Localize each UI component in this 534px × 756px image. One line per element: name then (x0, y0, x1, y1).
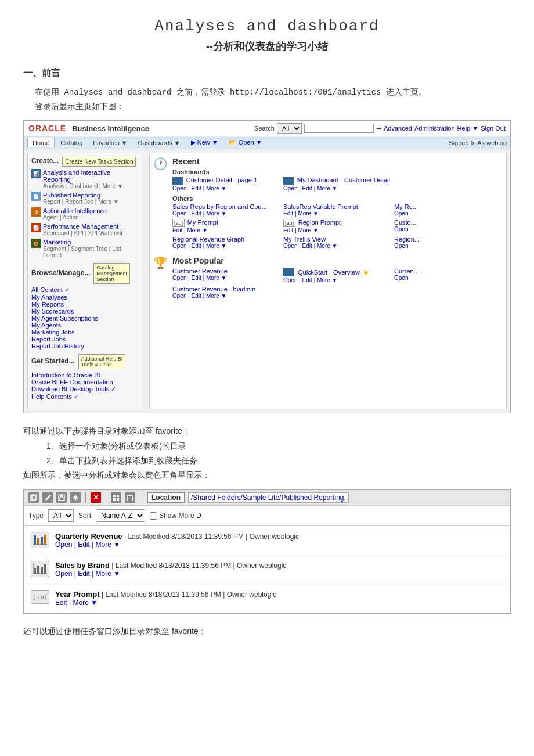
search-input[interactable] (304, 124, 374, 133)
marketing-link[interactable]: Marketing (43, 239, 139, 246)
performance-link[interactable]: Performance Management (43, 223, 122, 230)
nav-advanced[interactable]: Advanced (384, 125, 412, 132)
nav-open[interactable]: 📂 Open ▼ (224, 138, 267, 147)
pop3-title[interactable]: Curren... (394, 268, 503, 275)
download-link[interactable]: Download BI Desktop Tools ✓ (31, 386, 139, 393)
report-history-link[interactable]: Report Job History (31, 343, 139, 350)
svg-rect-18 (34, 568, 36, 574)
year-prompt-actions[interactable]: Edit | More ▼ (55, 599, 503, 607)
dash2-title[interactable]: My Dashboard - Customer Detail (297, 177, 390, 183)
actionable-link[interactable]: Actionable Intelligence (43, 207, 107, 214)
nav-catalog[interactable]: Catalog (56, 138, 87, 147)
other7-links[interactable]: Open | Edit | More ▼ (172, 243, 281, 249)
pop2-links[interactable]: Open | Edit | More ▼ (283, 277, 392, 283)
actionable-links[interactable]: Agent | Action (43, 214, 107, 221)
other9-links[interactable]: Open (394, 243, 503, 249)
published-links[interactable]: Report | Report Job | More ▼ (43, 199, 119, 205)
other1-title[interactable]: Sales Reps by Region and Cou... (172, 203, 281, 210)
svg-rect-1 (32, 495, 37, 499)
other2-links[interactable]: Edit | More ▼ (283, 210, 392, 217)
analysis-links[interactable]: Analysis | Dashboard | More ▼ (43, 183, 139, 189)
nav-favorites[interactable]: Favorites ▼ (88, 138, 132, 147)
pop4-title[interactable]: Customer Revenue - biadmin (172, 286, 281, 293)
year-prompt-details: Year Prompt | Last Modified 8/18/2013 11… (55, 590, 503, 607)
sales-by-brand-actions[interactable]: Open | Edit | More ▼ (55, 570, 503, 578)
nav-dashboards[interactable]: Dashboards ▼ (133, 138, 185, 147)
intro-line1: 在使用 Analyses and dashboard 之前，需登录 http:/… (35, 85, 511, 114)
analysis-link[interactable]: Analysis and Interactive Reporting (43, 169, 139, 183)
pop1-title[interactable]: Customer Revenue (172, 268, 281, 275)
marketing-links[interactable]: Segment | Segment Tree | List Format (43, 246, 139, 258)
edit-icon[interactable] (42, 492, 53, 503)
type-select[interactable]: All (48, 509, 74, 522)
catalog-mgmt-btn[interactable]: Catalog Management Section (93, 263, 130, 284)
other8-links[interactable]: Open | Edit | More ▼ (283, 243, 392, 249)
nav-administration[interactable]: Administration (414, 125, 455, 132)
other-item-2: SalesRep Variable Prompt Edit | More ▼ (283, 203, 392, 217)
my-agents-link[interactable]: My Agents (31, 322, 139, 329)
star-icon: ★ (362, 268, 370, 277)
filter-bar: Type All Sort Name A-Z Show More D (24, 506, 510, 526)
other8-title[interactable]: My Trellis View (283, 236, 392, 243)
other6-links[interactable]: Open (394, 226, 503, 232)
toolbar-separator2 (106, 492, 106, 503)
other9-title[interactable]: Region... (394, 236, 503, 243)
sales-by-brand-meta: | Last Modified 8/18/2013 11:39:56 PM | … (111, 561, 286, 570)
create-new-btn[interactable]: Create New Tasks Section (62, 157, 136, 167)
nav-home[interactable]: Home (27, 138, 55, 147)
svg-rect-15 (41, 537, 43, 545)
other5-title[interactable]: Region Prompt (298, 219, 341, 226)
grid-icon[interactable] (111, 492, 121, 503)
my-subscriptions-link[interactable]: My Agent Subscriptions (31, 315, 139, 322)
search-all-select[interactable]: All (277, 123, 302, 134)
other5-links[interactable]: Edit | More ▼ (283, 227, 392, 233)
pop4-links[interactable]: Open | Edit | More ▼ (172, 293, 281, 299)
nav-help[interactable]: Help ▼ (457, 125, 479, 132)
my-scorecards-link[interactable]: My Scorecards (31, 308, 139, 315)
recent-title: Recent (172, 157, 503, 166)
other3-links[interactable]: Open (394, 210, 503, 217)
other3-title[interactable]: My Re... (394, 203, 503, 210)
doc-link[interactable]: Oracle BI EE Documentation (31, 379, 139, 386)
dash2-links[interactable]: Open | Edit | More ▼ (283, 185, 392, 192)
pop2-title[interactable]: QuickStart - Overview (298, 269, 360, 276)
other4-links[interactable]: Edit | More ▼ (172, 227, 281, 233)
dashboards-section: Dashboards Customer Detail - page 1 Open… (172, 168, 503, 191)
intro-oracle-link[interactable]: Introduction to Oracle BI (31, 372, 139, 379)
published-link[interactable]: Published Reporting (43, 192, 119, 199)
all-content-link[interactable]: All Content ✓ (31, 286, 139, 294)
performance-links[interactable]: Scorecard | KPI | KPI Watchlist (43, 230, 122, 236)
delete-icon[interactable]: ✕ (91, 492, 101, 503)
other2-title[interactable]: SalesRep Variable Prompt (283, 203, 392, 210)
copy-icon[interactable] (28, 492, 39, 503)
nav-new[interactable]: ▶ New ▼ (186, 138, 223, 147)
sort-select[interactable]: Name A-Z (96, 509, 145, 522)
paste-icon[interactable] (125, 492, 135, 503)
quarterly-revenue-actions[interactable]: Open | Edit | More ▼ (55, 541, 503, 549)
other6-title[interactable]: Custo... (394, 219, 503, 226)
dash1-links[interactable]: Open | Edit | More ▼ (172, 185, 281, 192)
dash1-title[interactable]: Customer Detail - page 1 (186, 177, 257, 183)
pop3-links[interactable]: Open (394, 275, 503, 281)
ab-icon-5: [ab] (283, 219, 295, 227)
nav-signout[interactable]: Sign Out (481, 125, 506, 132)
save-icon[interactable] (56, 492, 67, 503)
up-icon[interactable] (70, 492, 81, 503)
obi-screenshot: ORACLE Business Intelligence Search All … (23, 120, 511, 413)
my-reports-link[interactable]: My Reports (31, 301, 139, 308)
my-analyses-link[interactable]: My Analyses (31, 294, 139, 301)
additional-help-btn[interactable]: Additional Help BI Tools & Links (78, 354, 126, 369)
pop1-links[interactable]: Open | Edit | More ▼ (172, 275, 281, 281)
report-jobs-link[interactable]: Report Jobs (31, 336, 139, 343)
show-more-label: Show More D (159, 512, 201, 520)
sales-by-brand-name: Sales by Brand (55, 561, 110, 570)
other-item-5: [ab] Region Prompt Edit | More ▼ (283, 219, 392, 233)
other4-title[interactable]: My Prompt (187, 219, 218, 226)
dash-item-1: Customer Detail - page 1 Open | Edit | M… (172, 177, 281, 191)
help-link[interactable]: Help Contents ✓ (31, 393, 139, 401)
marketing-jobs-link[interactable]: Marketing Jobs (31, 329, 139, 336)
other1-links[interactable]: Open | Edit | More ▼ (172, 210, 281, 217)
other7-title[interactable]: Regional Revenue Graph (172, 236, 281, 243)
show-more-checkbox[interactable] (150, 512, 157, 520)
recent-icon: 🕐 (153, 157, 168, 171)
